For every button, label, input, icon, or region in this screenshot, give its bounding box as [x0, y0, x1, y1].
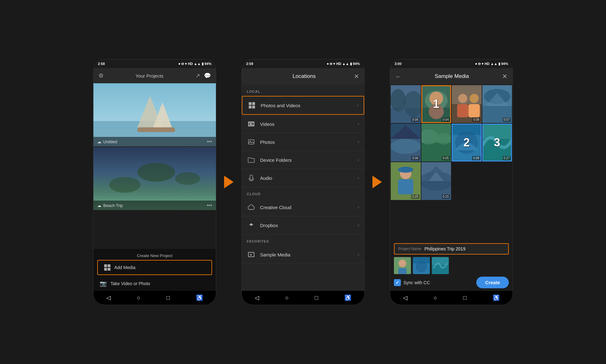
settings-icon[interactable]: ⚙	[98, 72, 104, 79]
media-cell-10[interactable]: 0:15	[421, 162, 451, 200]
svg-rect-27	[457, 104, 468, 117]
media-cell-6[interactable]: 0:05	[421, 124, 451, 161]
chat-icon[interactable]: 💬	[204, 72, 211, 79]
dropbox-svg	[248, 222, 255, 228]
photos-videos-label: Photos and Videos	[261, 103, 357, 108]
sample-media-label: Sample Media	[260, 252, 358, 257]
add-media-button[interactable]: Add Media	[97, 260, 212, 275]
media-cell-2[interactable]: 1 0:04	[421, 85, 451, 123]
add-media-label: Add Media	[114, 265, 135, 270]
selected-thumb-2[interactable]	[413, 257, 430, 274]
media-cell-3[interactable]: 0:08	[452, 85, 482, 123]
media-cell-4[interactable]: 0:07	[482, 85, 512, 123]
bottom-actions: Create New Project Add Media 📷 Take Vide…	[93, 249, 216, 291]
location-item-dropbox[interactable]: Dropbox ›	[242, 216, 364, 234]
status-block-2: ⊖ ▾ HD ▲▲ ▮ 94%	[330, 62, 360, 66]
project-name-input[interactable]	[425, 246, 504, 251]
project-name-row: Project Name	[394, 243, 509, 255]
home-nav-2[interactable]: ○	[285, 295, 289, 301]
sample-media-icon: ▶	[247, 250, 256, 259]
selected-thumb-1[interactable]	[394, 257, 411, 274]
location-item-folders[interactable]: Device Folders ›	[242, 151, 364, 169]
location-item-audio[interactable]: Audio ›	[242, 169, 364, 187]
project-card-label-1: ☁ Untitled	[97, 139, 117, 144]
back-nav-1[interactable]: ◁	[106, 294, 111, 301]
close-media-button[interactable]: ✕	[502, 73, 508, 80]
audio-label: Audio	[260, 175, 358, 181]
svg-point-28	[470, 94, 479, 103]
home-nav-1[interactable]: ○	[137, 295, 140, 301]
dropbox-chevron: ›	[358, 222, 359, 228]
photos-label: Photos	[260, 139, 358, 145]
location-item-sample-media[interactable]: ▶ Sample Media ›	[242, 246, 364, 264]
location-item-photos[interactable]: Photos ›	[242, 133, 364, 151]
sync-create-row: ✓ Sync with CC Create	[394, 277, 509, 288]
status-dot-3	[475, 63, 477, 65]
create-button[interactable]: Create	[476, 277, 509, 288]
cloud-section-label: CLOUD	[242, 187, 364, 198]
duration-8: 0:27	[503, 156, 511, 160]
videos-chevron: ›	[358, 121, 359, 127]
phone-screen-3: 3:00 ⊖ ▾ HD ▲▲ ▮ 94% ← Sample Media ✕	[390, 59, 513, 305]
camera-icon: 📷	[100, 280, 107, 287]
sync-checkbox[interactable]: ✓	[394, 279, 401, 286]
svg-point-8	[175, 172, 200, 185]
location-item-creative-cloud[interactable]: Creative Cloud ›	[242, 198, 364, 216]
locations-content: LOCAL Photos and Videos ›	[242, 85, 364, 291]
status-dot-1	[179, 63, 180, 65]
project-card-label-2: ☁ Beach Trip	[97, 203, 123, 208]
photos-videos-icon	[247, 101, 256, 110]
recents-nav-3[interactable]: □	[463, 295, 466, 301]
media-cell-8[interactable]: 3 0:27	[482, 124, 512, 161]
svg-point-17	[391, 89, 406, 112]
selected-thumb-3[interactable]	[432, 257, 449, 274]
nav-bottom-3: ◁ ○ □ ♿	[390, 291, 513, 305]
media-cell-empty-2	[482, 162, 512, 200]
svg-rect-50	[398, 179, 413, 194]
recents-nav-2[interactable]: □	[315, 295, 318, 301]
media-cell-1[interactable]: 0:06	[391, 85, 421, 123]
svg-point-6	[137, 163, 175, 182]
svg-point-61	[416, 261, 427, 272]
media-cell-7[interactable]: 2 0:08	[452, 124, 482, 161]
media-cell-5[interactable]: 0:06	[391, 124, 421, 161]
creative-cloud-label: Creative Cloud	[260, 205, 358, 210]
duration-7: 0:08	[472, 156, 480, 160]
photos-videos-chevron: ›	[357, 103, 359, 108]
more-icon-2[interactable]: •••	[207, 203, 212, 208]
arrow-1	[216, 176, 241, 188]
svg-point-36	[391, 139, 421, 154]
status-block-1: ⊖ ▾ HD ▲▲ ▮ 94%	[181, 62, 211, 66]
duration-1: 0:06	[411, 118, 419, 122]
cc-chevron: ›	[358, 204, 359, 210]
svg-rect-4	[137, 127, 175, 132]
media-cell-9[interactable]: 0:25	[391, 162, 421, 200]
sync-label: Sync with CC	[403, 280, 430, 285]
recents-nav-1[interactable]: □	[166, 295, 170, 301]
accessibility-nav-3[interactable]: ♿	[493, 294, 500, 301]
photos-chevron: ›	[358, 139, 359, 145]
back-nav-3[interactable]: ◁	[403, 294, 407, 301]
arrow-2	[365, 176, 390, 188]
svg-rect-29	[468, 104, 480, 117]
main-container: 2:58 ⊖ ▾ HD ▲▲ ▮ 94% ⚙ Your Projects ↗ 💬	[0, 0, 606, 364]
accessibility-nav-1[interactable]: ♿	[196, 294, 203, 301]
location-item-videos[interactable]: ▶ Videos ›	[242, 115, 364, 133]
project-name-label: Project Name	[398, 247, 421, 251]
more-icon-1[interactable]: •••	[207, 139, 212, 144]
take-photo-button[interactable]: 📷 Take Video or Photo	[93, 276, 216, 291]
back-button[interactable]: ←	[395, 73, 401, 80]
local-section-label: LOCAL	[242, 85, 364, 96]
close-locations-button[interactable]: ✕	[354, 73, 359, 80]
back-nav-2[interactable]: ◁	[255, 294, 259, 301]
add-media-icon	[104, 264, 110, 271]
accessibility-nav-2[interactable]: ♿	[344, 294, 351, 301]
project-card-2[interactable]: ☁ Beach Trip •••	[93, 147, 216, 210]
svg-rect-9	[248, 140, 254, 144]
duration-4: 0:07	[503, 118, 511, 122]
location-item-photos-videos[interactable]: Photos and Videos ›	[242, 96, 364, 115]
share-icon[interactable]: ↗	[195, 72, 200, 79]
home-nav-3[interactable]: ○	[434, 295, 437, 301]
arrow-right-2	[372, 176, 382, 188]
project-card-1[interactable]: ☁ Untitled •••	[93, 83, 216, 146]
